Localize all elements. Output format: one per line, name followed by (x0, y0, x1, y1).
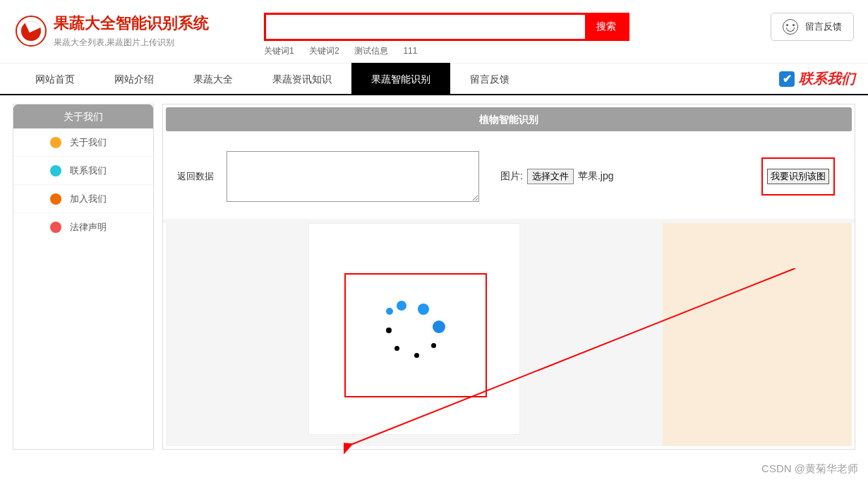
search-button[interactable]: 搜索 (585, 15, 627, 39)
site-subtitle: 果蔬大全列表,果蔬图片上传识别 (54, 37, 209, 49)
site-title: 果蔬大全智能识别系统 (54, 13, 209, 34)
file-name: 苹果.jpg (578, 170, 614, 183)
legal-icon (50, 222, 61, 233)
keyword-link[interactable]: 关键词2 (309, 46, 339, 56)
choose-file-button[interactable]: 选择文件 (527, 169, 574, 184)
sidebar-item-label: 加入我们 (70, 193, 107, 205)
contact-label: 联系我们 (799, 69, 855, 88)
feedback-label: 留言反馈 (805, 20, 842, 33)
nav-news[interactable]: 果蔬资讯知识 (253, 63, 351, 95)
nav-about[interactable]: 网站介绍 (95, 63, 174, 95)
preview-right-panel (663, 223, 852, 446)
search-box: 搜索 (264, 13, 629, 41)
keyword-link[interactable]: 111 (403, 46, 417, 56)
sidebar-item-label: 法律声明 (70, 221, 107, 234)
image-label: 图片: (500, 170, 523, 183)
return-data-textarea[interactable] (227, 151, 479, 202)
contact-us[interactable]: ✔ 联系我们 (779, 69, 855, 88)
loading-spinner-icon (386, 301, 442, 357)
recognize-highlight: 我要识别该图 (761, 157, 835, 196)
recognize-button[interactable]: 我要识别该图 (767, 169, 829, 184)
form-row: 返回数据 图片: 选择文件 苹果.jpg 我要识别该图 (163, 134, 855, 223)
feedback-button[interactable]: 留言反馈 (771, 13, 854, 41)
sidebar-title: 关于我们 (13, 104, 153, 128)
keyword-link[interactable]: 关键词1 (264, 46, 294, 56)
nav-all[interactable]: 果蔬大全 (174, 63, 253, 95)
nav-feedback[interactable]: 留言反馈 (450, 63, 529, 95)
return-data-label: 返回数据 (177, 170, 214, 183)
sidebar-item-about[interactable]: 关于我们 (13, 128, 153, 157)
search-input[interactable] (266, 15, 585, 39)
nav-recognition[interactable]: 果蔬智能识别 (351, 63, 450, 95)
logo[interactable]: 果蔬大全智能识别系统 果蔬大全列表,果蔬图片上传识别 (16, 13, 209, 49)
sidebar-item-legal[interactable]: 法律声明 (13, 213, 153, 241)
checkmark-icon: ✔ (779, 71, 795, 87)
navbar: 网站首页 网站介绍 果蔬大全 果蔬资讯知识 果蔬智能识别 留言反馈 ✔ 联系我们 (0, 63, 868, 95)
keyword-link[interactable]: 测试信息 (354, 46, 388, 56)
nav-home[interactable]: 网站首页 (16, 63, 95, 95)
search-keywords: 关键词1 关键词2 测试信息 111 (264, 45, 629, 57)
sidebar: 关于我们 关于我们 联系我们 加入我们 法律声明 (13, 104, 154, 450)
join-icon (50, 193, 61, 205)
sidebar-item-label: 关于我们 (70, 136, 107, 149)
preview-area (166, 223, 663, 446)
sidebar-item-contact[interactable]: 联系我们 (13, 157, 153, 185)
contact-icon (50, 165, 61, 176)
main-panel: 植物智能识别 返回数据 图片: 选择文件 苹果.jpg 我要识别该图 (162, 104, 855, 450)
sidebar-item-label: 联系我们 (70, 164, 107, 177)
loading-box (308, 223, 520, 435)
main-title: 植物智能识别 (166, 107, 852, 131)
about-icon (50, 137, 61, 148)
face-icon (783, 19, 798, 35)
sidebar-item-join[interactable]: 加入我们 (13, 185, 153, 213)
logo-icon (16, 16, 47, 47)
